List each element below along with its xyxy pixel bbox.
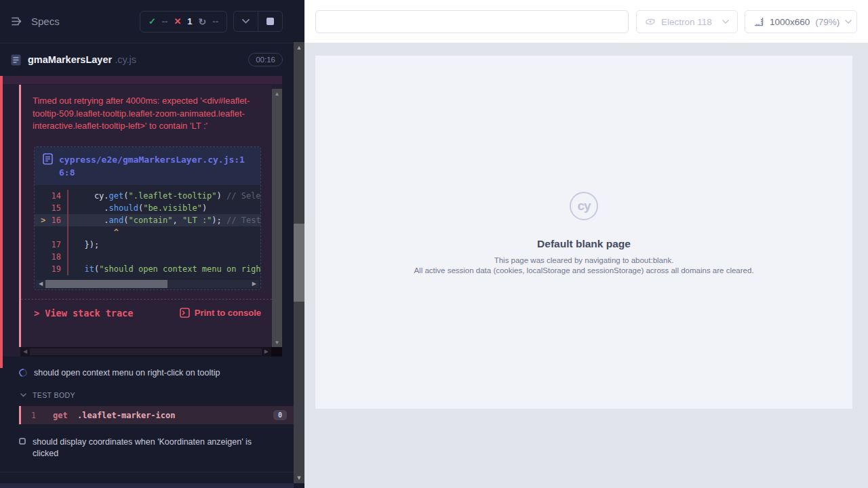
blank-page-line2: All active session data (cookies, localS… xyxy=(315,266,852,274)
failed-icon: ✕ xyxy=(174,16,181,26)
attempt-horizontal-scrollbar[interactable]: ◀ ▶ xyxy=(20,347,271,357)
run-controls xyxy=(233,11,283,32)
print-to-console-label: Print to console xyxy=(195,308,261,318)
scroll-up-icon: ▲ xyxy=(272,91,282,97)
test-list: should open context menu on right-click … xyxy=(0,358,294,472)
chevron-down-icon xyxy=(722,20,729,24)
attempt-scrollbar-thumb[interactable] xyxy=(30,348,262,355)
test-body-label: TEST BODY xyxy=(33,391,75,399)
test-running-spinner-icon xyxy=(18,367,28,378)
error-message: Timed out retrying after 4000ms: expecte… xyxy=(21,85,272,140)
test-stats: ✓ -- ✕ 1 ↻ -- xyxy=(140,11,227,33)
print-to-console-button[interactable]: Print to console xyxy=(180,308,261,318)
viewport-scale: (79%) xyxy=(815,17,840,27)
view-stack-trace-link[interactable]: > View stack trace xyxy=(34,308,133,319)
chevron-down-icon xyxy=(20,393,26,397)
code-line: 15 .should("be.visible") xyxy=(35,202,260,214)
specs-label: Specs xyxy=(31,16,60,27)
scroll-right-icon: ▶ xyxy=(252,280,256,288)
command-method: get xyxy=(53,411,77,420)
code-line: 19 it("should open context menu on righ xyxy=(35,263,260,275)
blank-page-line1: This page was cleared by navigating to a… xyxy=(315,256,852,264)
reporter-panel: Specs ✓ -- ✕ 1 ↻ -- gmaMarkersLayer .cy xyxy=(0,0,304,488)
ruler-icon xyxy=(753,16,764,27)
code-frame-header[interactable]: cypress/e2e/gmaMarkersLayer.cy.js:16:8 xyxy=(35,147,260,185)
error-line-marker-icon: > xyxy=(41,214,45,226)
reporter-header: Specs ✓ -- ✕ 1 ↻ -- xyxy=(0,0,294,43)
test-title: should open context menu on right-click … xyxy=(34,367,220,379)
command-log-row[interactable]: 1 get .leaflet-marker-icon 0 xyxy=(19,406,294,424)
command-number: 1 xyxy=(31,411,53,420)
test-item-running[interactable]: should open context menu on right-click … xyxy=(0,358,294,383)
attempt-top-edge xyxy=(3,76,282,84)
passed-icon: ✓ xyxy=(149,16,156,26)
test-item-pending[interactable]: should display coordinates when 'Koordin… xyxy=(0,424,294,464)
spec-name: gmaMarkersLayer xyxy=(28,54,112,65)
running-icon: ↻ xyxy=(199,16,207,27)
code-frame-body: 14 cy.get(".leaflet-tooltip") // Selec15… xyxy=(35,185,260,278)
browser-select[interactable]: Electron 118 xyxy=(636,10,738,33)
url-input[interactable] xyxy=(315,10,629,33)
spec-file-row[interactable]: gmaMarkersLayer .cy.js 00:16 xyxy=(0,43,294,76)
test-body-section-header[interactable]: TEST BODY xyxy=(0,383,294,406)
error-actions: > View stack trace Print to console xyxy=(21,300,272,328)
spec-duration-badge: 00:16 xyxy=(248,53,283,66)
view-stack-trace-label: View stack trace xyxy=(45,308,133,319)
code-line: ^ xyxy=(35,226,260,239)
stop-button[interactable] xyxy=(258,12,282,31)
stop-icon xyxy=(267,18,274,25)
blank-page-content: cy Default blank page This page was clea… xyxy=(315,56,852,274)
cypress-logo-text: cy xyxy=(577,199,590,214)
reporter-scrollbar-thumb[interactable] xyxy=(294,224,304,302)
scroll-down-icon: ▼ xyxy=(272,340,282,346)
spec-extension: .cy.js xyxy=(115,54,136,65)
aut-stage: cy Default blank page This page was clea… xyxy=(304,43,868,488)
code-file-path: cypress/e2e/gmaMarkersLayer.cy.js:16:8 xyxy=(59,153,252,179)
scroll-right-icon: ▶ xyxy=(264,348,269,356)
scroll-up-icon: ▲ xyxy=(294,44,304,51)
error-vertical-scrollbar[interactable]: ▲ ▼ xyxy=(272,89,282,348)
scrollbar-corner xyxy=(271,347,282,357)
pending-count: -- xyxy=(212,16,218,26)
blank-page-title: Default blank page xyxy=(315,238,852,250)
chevron-right-icon: > xyxy=(34,308,39,319)
code-line: 18 xyxy=(35,251,260,263)
code-scrollbar-thumb[interactable] xyxy=(45,280,167,288)
test-pending-icon xyxy=(19,438,26,445)
viewport-select[interactable]: 1000x660 (79%) xyxy=(745,10,857,33)
test-title: should display coordinates when 'Koordin… xyxy=(33,436,256,460)
scroll-left-icon: ◀ xyxy=(23,348,27,356)
chevron-down-icon xyxy=(242,19,250,24)
code-line: 17 }); xyxy=(35,239,260,251)
specs-toggle-button[interactable]: Specs xyxy=(11,16,60,27)
code-line: 14 cy.get(".leaflet-tooltip") // Selec xyxy=(35,190,260,202)
code-file-icon xyxy=(43,153,53,165)
specs-menu-icon xyxy=(11,16,24,26)
passed-count: -- xyxy=(162,16,168,26)
test-list-divider xyxy=(0,472,294,472)
viewport-size: 1000x660 xyxy=(770,17,810,27)
console-icon xyxy=(180,308,190,318)
code-frame: cypress/e2e/gmaMarkersLayer.cy.js:16:8 1… xyxy=(34,146,261,290)
scroll-left-icon: ◀ xyxy=(39,280,43,288)
cypress-logo-icon: cy xyxy=(570,192,598,220)
failed-count: 1 xyxy=(187,16,192,26)
command-count-badge: 0 xyxy=(273,410,287,420)
browser-label: Electron 118 xyxy=(661,17,712,27)
failed-attempt-region: Timed out retrying after 4000ms: expecte… xyxy=(3,76,282,357)
scroll-down-icon: ▼ xyxy=(294,474,304,481)
chevron-down-icon xyxy=(845,20,852,24)
aut-iframe: cy Default blank page This page was clea… xyxy=(315,56,852,409)
electron-icon xyxy=(645,16,656,27)
reporter-horizontal-scrollbar[interactable] xyxy=(0,483,294,488)
error-panel: Timed out retrying after 4000ms: expecte… xyxy=(19,85,272,347)
browser-header: Electron 118 1000x660 (79%) xyxy=(304,0,868,43)
command-selector: .leaflet-marker-icon xyxy=(77,411,176,420)
spec-file-icon xyxy=(11,54,21,66)
reporter-vertical-scrollbar[interactable]: ▲ ▼ xyxy=(294,42,304,483)
code-horizontal-scrollbar[interactable]: ◀ ▶ xyxy=(36,280,259,288)
code-line: >16 .and("contain", "LT :"); // Test xyxy=(35,214,260,226)
collapse-button[interactable] xyxy=(234,12,258,31)
